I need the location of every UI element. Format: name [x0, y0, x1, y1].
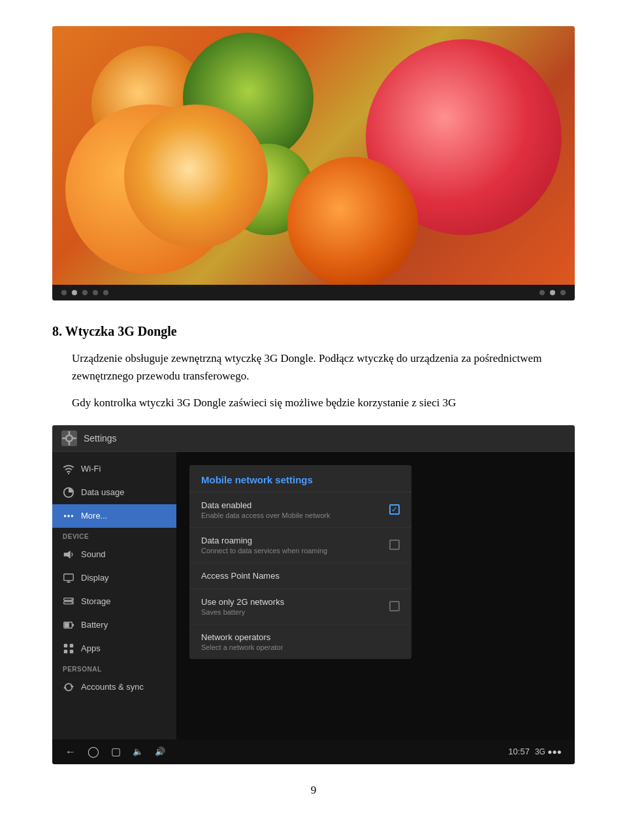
settings-app-icon: [61, 430, 77, 446]
sidebar-label-accounts: Accounts & sync: [81, 682, 144, 692]
navbar-signal: 3G ●●●: [535, 747, 562, 756]
settings-topbar: Settings: [52, 425, 575, 452]
modal-title: Mobile network settings: [201, 474, 400, 485]
image-bar: [52, 285, 575, 300]
dot-r1: [539, 290, 545, 295]
sidebar-label-sound: Sound: [81, 549, 106, 559]
svg-rect-23: [64, 649, 67, 653]
sidebar-item-battery[interactable]: Battery: [52, 613, 176, 637]
dot-r2: [550, 290, 555, 295]
svg-rect-21: [64, 643, 67, 647]
sidebar-item-more[interactable]: More...: [52, 504, 176, 528]
wifi-icon: [63, 463, 74, 475]
svg-point-0: [66, 435, 72, 442]
section-title: Wtyczka 3G Dongle: [65, 324, 177, 338]
volume-up-icon[interactable]: 🔊: [155, 747, 165, 757]
personal-section-label: PERSONAL: [52, 660, 176, 675]
modal-item-2g[interactable]: Use only 2G networks Saves battery: [189, 589, 411, 624]
modal-item-network-operators[interactable]: Network operators Select a network opera…: [189, 624, 411, 659]
storage-icon: [63, 596, 74, 607]
mobile-network-modal: Mobile network settings Data enabled Ena…: [189, 465, 411, 659]
orange-3: [287, 157, 418, 287]
svg-rect-24: [70, 649, 73, 653]
signal-label: 3G: [535, 747, 545, 756]
dot-2: [72, 290, 77, 295]
data-usage-icon: [63, 487, 74, 498]
modal-item-data-roaming-subtitle: Connect to data services when roaming: [201, 547, 327, 555]
settings-sidebar: Wi-Fi Data usage More: [52, 452, 176, 739]
data-enabled-checkbox[interactable]: [389, 504, 400, 515]
sidebar-item-storage[interactable]: Storage: [52, 590, 176, 613]
section-heading: 8. Wtyczka 3G Dongle: [52, 324, 575, 339]
sidebar-label-storage: Storage: [81, 596, 111, 606]
svg-point-16: [72, 598, 73, 600]
svg-point-7: [64, 515, 67, 517]
sync-icon: [63, 681, 74, 693]
dot-r3: [560, 290, 566, 295]
sidebar-label-data-usage: Data usage: [81, 487, 125, 497]
modal-overlay: Mobile network settings Data enabled Ena…: [176, 452, 575, 739]
svg-rect-4: [73, 437, 76, 438]
sidebar-item-apps[interactable]: Apps: [52, 637, 176, 660]
svg-rect-3: [62, 437, 65, 438]
2g-checkbox[interactable]: [389, 601, 400, 611]
settings-main: Mobile network settings Data enabled Ena…: [176, 452, 575, 739]
page-number: 9: [52, 784, 575, 797]
image-dots-right: [539, 290, 566, 295]
modal-item-data-enabled-title: Data enabled: [201, 500, 330, 510]
android-screenshot: Settings Wi-Fi: [52, 425, 575, 764]
sidebar-item-sound[interactable]: Sound: [52, 543, 176, 566]
device-section-label: DEVICE: [52, 528, 176, 543]
volume-down-icon[interactable]: 🔈: [133, 747, 143, 757]
android-navbar: ← ◯ ▢ 🔈 🔊 10:57 3G ●●●: [52, 739, 575, 764]
svg-rect-22: [70, 643, 73, 647]
orange-cut: [124, 105, 268, 248]
data-roaming-checkbox[interactable]: [389, 540, 400, 550]
navbar-left: ← ◯ ▢ 🔈 🔊: [65, 745, 165, 758]
image-dots: [61, 290, 108, 295]
dot-4: [93, 290, 98, 295]
modal-item-apn-title: Access Point Names: [201, 571, 280, 581]
modal-item-data-roaming-title: Data roaming: [201, 536, 327, 545]
svg-point-9: [71, 515, 74, 517]
paragraph-1: Urządzenie obsługuje zewnętrzną wtyczkę …: [72, 349, 575, 385]
modal-item-apn[interactable]: Access Point Names: [189, 563, 411, 589]
apps-icon: [63, 643, 74, 654]
sidebar-label-more: More...: [81, 511, 107, 521]
modal-item-2g-title: Use only 2G networks: [201, 597, 284, 607]
sidebar-item-data-usage[interactable]: Data usage: [52, 481, 176, 504]
svg-rect-11: [64, 573, 73, 580]
modal-item-2g-subtitle: Saves battery: [201, 608, 284, 616]
svg-point-17: [72, 602, 73, 603]
svg-rect-20: [65, 622, 69, 627]
sidebar-label-battery: Battery: [81, 620, 108, 630]
recent-apps-icon[interactable]: ▢: [111, 745, 121, 758]
sidebar-item-wifi[interactable]: Wi-Fi: [52, 457, 176, 481]
sidebar-item-accounts[interactable]: Accounts & sync: [52, 675, 176, 699]
sidebar-label-display: Display: [81, 573, 109, 583]
sound-icon: [63, 549, 74, 560]
signal-bars-icon: ●●●: [547, 747, 562, 756]
back-icon[interactable]: ←: [65, 746, 76, 758]
dot-5: [103, 290, 108, 295]
dot-3: [82, 290, 88, 295]
paragraph-2: Gdy kontrolka wtyczki 3G Dongle zaświeci…: [72, 394, 575, 412]
dot-1: [61, 290, 67, 295]
fruit-image: [52, 26, 575, 300]
modal-item-data-roaming[interactable]: Data roaming Connect to data services wh…: [189, 528, 411, 563]
svg-point-8: [67, 515, 70, 517]
sidebar-item-display[interactable]: Display: [52, 566, 176, 590]
modal-item-network-operators-title: Network operators: [201, 632, 283, 642]
svg-point-5: [68, 473, 69, 474]
svg-marker-10: [64, 550, 71, 558]
settings-title-text: Settings: [84, 433, 117, 444]
sidebar-label-apps: Apps: [81, 643, 101, 653]
section-number: 8.: [52, 324, 62, 338]
settings-body: Wi-Fi Data usage More: [52, 452, 575, 739]
modal-item-network-operators-subtitle: Select a network operator: [201, 643, 283, 651]
modal-item-data-enabled[interactable]: Data enabled Enable data access over Mob…: [189, 493, 411, 528]
svg-rect-2: [69, 442, 70, 445]
home-icon[interactable]: ◯: [88, 745, 99, 758]
sidebar-label-wifi: Wi-Fi: [81, 464, 101, 474]
modal-item-data-enabled-subtitle: Enable data access over Mobile network: [201, 511, 330, 519]
